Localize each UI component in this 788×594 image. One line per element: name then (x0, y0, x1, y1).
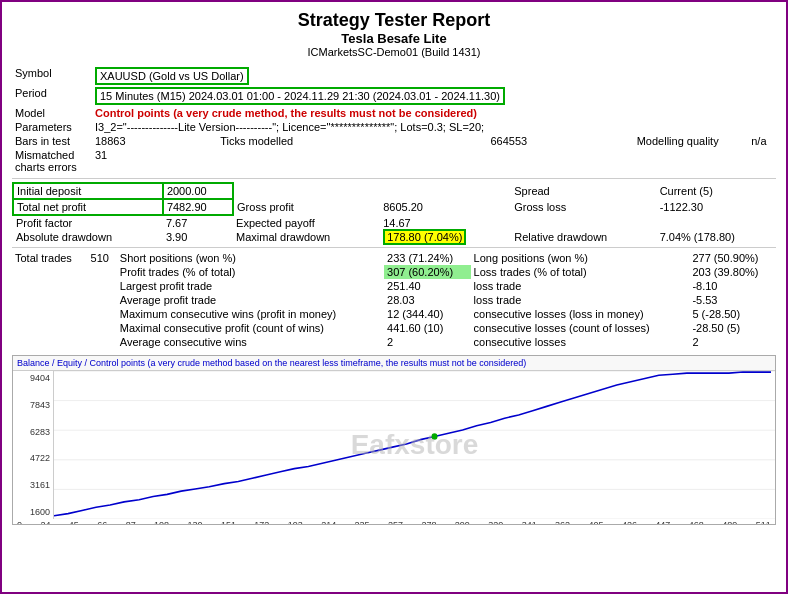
x-320: 320 (488, 520, 503, 525)
maximal-consec-profit-value: 441.60 (10) (384, 321, 471, 335)
max-consec-losses-value: 5 (-28.50) (689, 307, 776, 321)
max-consec-wins-label: Maximum consecutive wins (profit in mone… (117, 307, 384, 321)
average-loss-label: loss trade (471, 293, 690, 307)
total-trades-value: 510 (88, 251, 117, 265)
report-subtitle: Tesla Besafe Lite (12, 31, 776, 46)
x-66: 66 (97, 520, 107, 525)
x-108: 108 (154, 520, 169, 525)
maximal-consec-profit-label: Maximal consecutive profit (count of win… (117, 321, 384, 335)
gross-loss-label: Gross loss (511, 199, 656, 215)
y-label-6: 1600 (30, 507, 50, 517)
relative-drawdown-label: Relative drawdown (511, 230, 656, 244)
quality-value: n/a (748, 134, 776, 148)
expected-payoff-value: 14.67 (380, 215, 511, 230)
long-positions-value: 277 (50.90%) (689, 251, 776, 265)
x-130: 130 (187, 520, 202, 525)
largest-loss-label: loss trade (471, 279, 690, 293)
spread-label: Spread (511, 183, 656, 199)
y-label-2: 7843 (30, 400, 50, 410)
symbol-value: XAUUSD (Gold vs US Dollar) (95, 67, 249, 85)
x-0: 0 (17, 520, 22, 525)
maximal-consec-loss-label: consecutive losses (count of losses) (471, 321, 690, 335)
mismatched-value: 31 (92, 148, 217, 174)
trades-stats-table: Total trades 510 Short positions (won %)… (12, 251, 776, 349)
chart-legend: Balance / Equity / Control points (a ver… (13, 356, 775, 371)
gross-profit-label: Gross profit (233, 199, 380, 215)
y-label-4: 4722 (30, 453, 50, 463)
loss-trades-label: Loss trades (% of total) (471, 265, 690, 279)
y-label-1: 9404 (30, 373, 50, 383)
average-consec-losses-value: 2 (689, 335, 776, 349)
x-447: 447 (655, 520, 670, 525)
chart-y-axis: 9404 7843 6283 4722 3161 1600 (13, 371, 53, 519)
y-label-5: 3161 (30, 480, 50, 490)
report-title: Strategy Tester Report (12, 10, 776, 31)
x-45: 45 (69, 520, 79, 525)
parameters-label: Parameters (12, 120, 92, 134)
x-151: 151 (221, 520, 236, 525)
x-193: 193 (288, 520, 303, 525)
largest-profit-value: 251.40 (384, 279, 471, 293)
average-loss-value: -5.53 (689, 293, 776, 307)
average-consec-losses-label: consecutive losses (471, 335, 690, 349)
x-235: 235 (355, 520, 370, 525)
mismatched-label: Mismatched charts errors (12, 148, 92, 174)
model-value: Control points (a very crude method, the… (95, 107, 477, 119)
info-table: Symbol XAUUSD (Gold vs US Dollar) Period… (12, 66, 776, 174)
x-468: 468 (689, 520, 704, 525)
chart-main: Eafxstore (53, 371, 775, 519)
gross-profit-value: 8605.20 (380, 199, 511, 215)
average-consec-wins-label: Average consecutive wins (117, 335, 384, 349)
largest-loss-value: -8.10 (689, 279, 776, 293)
chart-section: Balance / Equity / Control points (a ver… (12, 355, 776, 525)
profit-trades-label: Profit trades (% of total) (117, 265, 384, 279)
profit-factor-label: Profit factor (13, 215, 163, 230)
total-net-profit-value: 7482.90 (163, 199, 233, 215)
largest-profit-label: Largest profit trade (117, 279, 384, 293)
x-172: 172 (254, 520, 269, 525)
max-consec-losses-label: consecutive losses (loss in money) (471, 307, 690, 321)
x-489: 489 (722, 520, 737, 525)
x-405: 405 (589, 520, 604, 525)
bars-label: Bars in test (12, 134, 92, 148)
expected-payoff-label: Expected payoff (233, 215, 380, 230)
chart-legend-text: Balance / Equity / Control points (a ver… (17, 358, 526, 368)
absolute-drawdown-value: 3.90 (163, 230, 233, 244)
average-profit-value: 28.03 (384, 293, 471, 307)
chart-area: 9404 7843 6283 4722 3161 1600 Eafxstore (13, 371, 775, 519)
main-stats-table: Initial deposit 2000.00 Spread Current (… (12, 182, 776, 244)
absolute-drawdown-label: Absolute drawdown (13, 230, 163, 244)
long-positions-label: Long positions (won %) (471, 251, 690, 265)
spread-value: Current (5) (657, 183, 776, 199)
parameters-value: I3_2="--------------Lite Version--------… (92, 120, 634, 134)
report-container: Strategy Tester Report Tesla Besafe Lite… (2, 2, 786, 533)
period-label: Period (12, 86, 92, 106)
short-positions-value: 233 (71.24%) (384, 251, 471, 265)
report-build: ICMarketsSC-Demo01 (Build 1431) (12, 46, 776, 58)
x-362: 362 (555, 520, 570, 525)
x-87: 87 (126, 520, 136, 525)
maximal-consec-loss-value: -28.50 (5) (689, 321, 776, 335)
profit-factor-value: 7.67 (163, 215, 233, 230)
initial-deposit-value: 2000.00 (163, 183, 233, 199)
symbol-label: Symbol (12, 66, 92, 86)
bars-value: 18863 (92, 134, 217, 148)
report-header: Strategy Tester Report Tesla Besafe Lite… (12, 10, 776, 58)
loss-trades-value: 203 (39.80%) (689, 265, 776, 279)
model-label: Model (12, 106, 92, 120)
profit-trades-value: 307 (60.20%) (384, 265, 471, 279)
total-net-profit-label: Total net profit (13, 199, 163, 215)
x-341: 341 (522, 520, 537, 525)
x-257: 257 (388, 520, 403, 525)
initial-deposit-label: Initial deposit (13, 183, 163, 199)
ticks-value: 664553 (487, 134, 633, 148)
chart-svg (54, 371, 775, 519)
svg-point-6 (432, 433, 438, 439)
total-trades-label: Total trades (12, 251, 88, 265)
average-consec-wins-value: 2 (384, 335, 471, 349)
max-consec-wins-value: 12 (344.40) (384, 307, 471, 321)
x-426: 426 (622, 520, 637, 525)
x-24: 24 (40, 520, 50, 525)
period-value: 15 Minutes (M15) 2024.03.01 01:00 - 2024… (95, 87, 505, 105)
chart-x-axis: 0 24 45 66 87 108 130 151 172 193 214 23… (13, 519, 775, 525)
